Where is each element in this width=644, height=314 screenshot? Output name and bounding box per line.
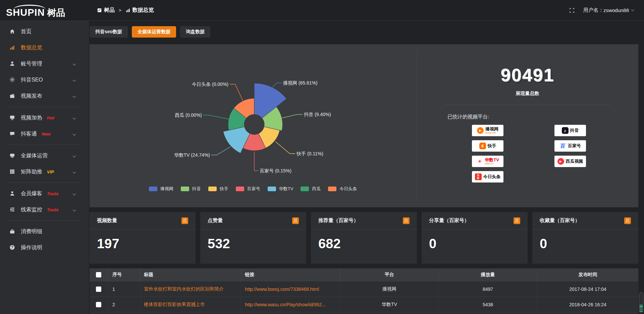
chevron-down-icon[interactable] xyxy=(73,170,76,174)
label-line-西瓜 xyxy=(203,115,229,119)
pie-label-抖音: 抖音 (9.40%) xyxy=(304,112,331,117)
total-badge[interactable]: 总 xyxy=(624,217,631,224)
total-badge[interactable]: 总 xyxy=(403,217,410,224)
chevron-down-icon[interactable] xyxy=(73,95,76,98)
stat-card-header: 点赞量总 xyxy=(200,212,306,229)
sidebar-item-矩阵助推[interactable]: 矩阵助推VIP xyxy=(0,164,89,180)
sidebar-item-首页[interactable]: 首页 xyxy=(0,23,89,40)
cell-url-link[interactable]: http://www.wasu.cn/Play/show/id/952... xyxy=(241,297,340,312)
legend-item-抖音[interactable]: 抖音 xyxy=(181,186,201,192)
breadcrumb-separator: > xyxy=(119,8,121,13)
tab-询盘数据[interactable]: 询盘数据 xyxy=(180,26,210,38)
platform-badge-抖音: ♪抖音 xyxy=(554,125,586,136)
chevron-down-icon[interactable] xyxy=(73,133,76,136)
person-icon xyxy=(9,191,15,197)
rose-pie-chart[interactable]: 播视网 (65.61%)抖音 (9.40%)快手 (0.11%)百家号 (0.1… xyxy=(90,44,416,207)
platform-name: 西瓜视频 xyxy=(566,159,583,164)
stat-card-header: 推荐量（百家号）总 xyxy=(311,212,417,229)
sidebar-item-数据总览[interactable]: 数据总览 xyxy=(0,40,89,56)
legend-item-百家号[interactable]: 百家号 xyxy=(236,186,260,192)
home-icon xyxy=(9,29,15,35)
stat-card-点赞量: 点赞量总532 xyxy=(200,212,306,264)
cell-index: 2 xyxy=(108,297,141,312)
sliders-icon xyxy=(9,207,15,213)
label-line-抖音 xyxy=(282,114,303,118)
cell-title-link[interactable]: 楼体投影灯投影效果震撼上市 xyxy=(141,297,241,312)
svg-text:?: ? xyxy=(11,246,13,249)
scrollbar-stripes xyxy=(640,305,643,312)
legend-label: 快手 xyxy=(220,186,228,192)
chevron-down-icon[interactable] xyxy=(73,208,76,212)
breadcrumb-root[interactable]: 树品 xyxy=(104,7,115,14)
chevron-down-icon[interactable] xyxy=(631,8,635,11)
legend-swatch xyxy=(301,187,309,191)
summary-divider xyxy=(445,105,610,105)
chevron-down-icon[interactable] xyxy=(73,62,76,66)
username-value[interactable]: zswodun88 xyxy=(603,7,629,13)
stat-card-value: 0 xyxy=(532,229,638,251)
cell-plays: 5438 xyxy=(438,297,537,312)
sidebar-divider xyxy=(7,220,82,221)
platform-name: 播视网 xyxy=(485,127,498,132)
legend-item-西瓜[interactable]: 西瓜 xyxy=(301,186,321,192)
sidebar-item-会员爆客[interactable]: 会员爆客Tools xyxy=(0,186,89,202)
impressions-total-value: 90491 xyxy=(417,64,638,85)
col-header-time: 发布时间 xyxy=(537,268,638,281)
sidebar-item-抖客通[interactable]: 抖客通New xyxy=(0,126,89,142)
chevron-down-icon[interactable] xyxy=(73,116,76,120)
question-icon: ? xyxy=(9,245,15,251)
cell-url-link[interactable]: http://www.boosj.com/7338468.html xyxy=(241,281,340,297)
platform-name: 今日头条 xyxy=(483,174,501,179)
total-badge[interactable]: 总 xyxy=(292,217,299,224)
scrollbar-widget[interactable] xyxy=(639,292,643,313)
legend-label: 今日头条 xyxy=(339,186,357,192)
breadcrumb-current[interactable]: 数据总览 xyxy=(132,7,154,14)
col-header-link: 链接 xyxy=(241,268,340,281)
cell-platform: 播视网 xyxy=(340,281,438,297)
sidebar-item-badge: Hot xyxy=(47,115,54,120)
row-checkbox[interactable] xyxy=(96,302,101,307)
platform-name: 华数TV xyxy=(485,158,499,162)
data-tabs: 抖音seo数据全媒体运营数据询盘数据 xyxy=(90,26,638,38)
platform-sub: boosj.com xyxy=(485,132,496,134)
tab-全媒体运营数据[interactable]: 全媒体运营数据 xyxy=(132,26,176,38)
sidebar-item-消费明细[interactable]: 消费明细 xyxy=(0,223,89,240)
fullscreen-icon[interactable] xyxy=(569,8,575,13)
logo-arc-decoration xyxy=(13,5,46,9)
row-checkbox[interactable] xyxy=(96,286,101,292)
chevron-down-icon[interactable] xyxy=(73,192,76,196)
platform-badge-百家号: 百百家号 xyxy=(554,140,586,152)
total-badge[interactable]: 总 xyxy=(181,217,188,224)
legend-item-快手[interactable]: 快手 xyxy=(208,186,228,192)
topbar-right: 用户名： zswodun88 xyxy=(569,7,644,13)
sidebar-item-账号管理[interactable]: 账号管理 xyxy=(0,56,89,72)
sidebar-item-视频加热[interactable]: 视频加热Hot xyxy=(0,110,89,126)
label-line-华数TV xyxy=(211,147,231,155)
chevron-down-icon[interactable] xyxy=(73,154,76,158)
sidebar-item-操作说明[interactable]: ?操作说明 xyxy=(0,240,89,256)
sidebar-item-全媒体运营[interactable]: 全媒体运营 xyxy=(0,148,89,164)
select-all-checkbox[interactable] xyxy=(96,272,101,277)
sidebar-item-视频发布[interactable]: 视频发布 xyxy=(0,88,89,104)
sidebar-item-label: 抖音SEO xyxy=(21,76,43,84)
sidebar-item-label: 线索监控 xyxy=(21,206,42,213)
legend-swatch xyxy=(149,187,157,191)
sidebar-item-抖音SEO[interactable]: 抖音SEO xyxy=(0,72,89,88)
legend-item-播视网[interactable]: 播视网 xyxy=(149,186,173,192)
label-line-播视网 xyxy=(272,83,282,87)
cell-title-link[interactable]: 室外水纹灯和室内水纹灯的区别和简介 xyxy=(141,281,241,297)
platform-badge-华数TV: ✳华数TVwasu.cn xyxy=(472,156,503,167)
tab-抖音seo数据[interactable]: 抖音seo数据 xyxy=(90,26,128,38)
legend-item-华数TV[interactable]: 华数TV xyxy=(268,186,293,192)
stat-card-title: 收藏量（百家号） xyxy=(540,217,580,224)
legend-item-今日头条[interactable]: 今日头条 xyxy=(328,186,357,192)
chevron-down-icon[interactable] xyxy=(73,78,76,82)
platform-badges: ▶播视网boosj.com♪抖音8快手百百家号✳华数TVwasu.cn▶西瓜视频… xyxy=(472,125,638,182)
stat-card-value: 532 xyxy=(200,229,306,251)
sidebar-item-label: 矩阵助推 xyxy=(21,168,42,175)
legend-label: 西瓜 xyxy=(312,186,321,192)
sidebar-item-线索监控[interactable]: 线索监控Tools xyxy=(0,202,89,218)
total-badge[interactable]: 总 xyxy=(514,217,520,224)
stat-card-value: 0 xyxy=(422,229,528,251)
platform-name: 抖音 xyxy=(570,128,579,133)
